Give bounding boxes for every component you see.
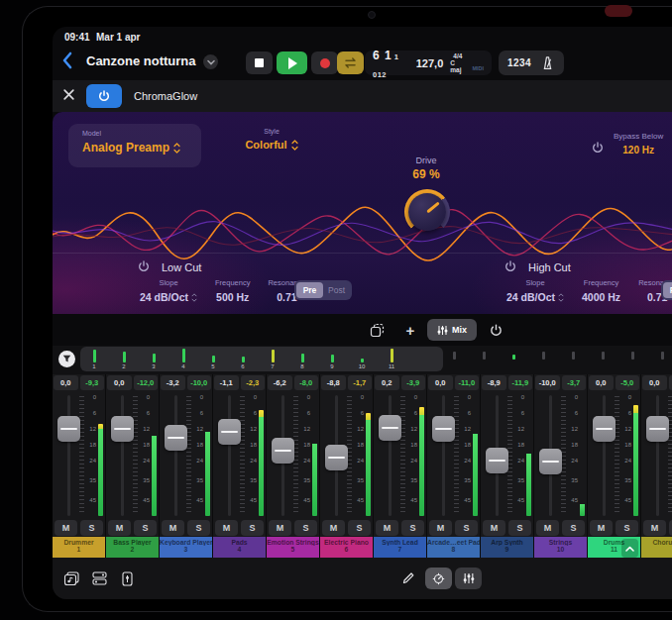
cycle-button[interactable] (337, 52, 364, 74)
track-name[interactable]: Drums11 (588, 537, 640, 560)
track-name[interactable]: Arcade…eet Pad8 (427, 537, 480, 560)
slope-value[interactable]: 24 dB/Oct (506, 291, 564, 303)
loop-browser-icon[interactable] (60, 568, 82, 589)
close-icon[interactable] (62, 87, 78, 103)
record-button[interactable] (311, 52, 338, 74)
mix-view-button[interactable]: Mix (427, 319, 477, 341)
io-device-icon[interactable] (116, 568, 138, 589)
volume-readout[interactable]: -8,9 (482, 375, 506, 390)
mute-button[interactable]: M (162, 520, 184, 536)
fader-handle[interactable] (111, 416, 134, 442)
lcd-display[interactable]: 6 11 012 127,0 4/4C maj MIDI (365, 51, 492, 75)
add-track-button[interactable]: + (397, 319, 423, 341)
mute-button[interactable]: M (376, 520, 398, 536)
fader-handle[interactable] (539, 449, 562, 474)
low-cut-power-icon[interactable] (138, 258, 150, 276)
post-button[interactable]: Post (323, 282, 350, 298)
pre-button[interactable]: Pre (296, 282, 323, 298)
back-chevron-icon[interactable] (60, 51, 76, 72)
fader-handle[interactable] (432, 416, 455, 442)
volume-readout[interactable]: 0,0 (589, 375, 614, 390)
song-menu-chevron-icon[interactable] (203, 54, 218, 69)
mute-button[interactable]: M (429, 520, 452, 536)
track-name[interactable]: Synth Lead7 (374, 537, 426, 560)
fader[interactable]: 061218243545 (267, 392, 319, 519)
mute-button[interactable]: M (322, 520, 345, 536)
fader[interactable]: 061218243545 (641, 392, 672, 519)
track-name[interactable]: Emotion Strings5 (267, 537, 319, 560)
bypass-power-icon[interactable] (592, 140, 604, 157)
plugin-power-button[interactable] (86, 84, 122, 108)
controls-view-button[interactable] (425, 568, 452, 589)
mute-button[interactable]: M (536, 520, 559, 536)
solo-button[interactable]: S (348, 520, 371, 536)
track-name[interactable]: Strings10 (534, 537, 587, 560)
volume-readout[interactable]: 0,0 (642, 375, 667, 390)
solo-button[interactable]: S (80, 520, 103, 536)
fader[interactable]: 061218243545 (160, 392, 212, 519)
song-title[interactable]: Canzone notturna (86, 53, 196, 68)
track-name[interactable]: Drummer1 (53, 537, 105, 560)
solo-button[interactable]: S (401, 520, 424, 536)
fader-handle[interactable] (379, 415, 401, 441)
model-selector[interactable]: Model Analog Preamp (68, 124, 201, 167)
count-in-button[interactable]: 1234 (507, 57, 531, 68)
fader[interactable]: 061218243545 (427, 392, 480, 519)
frequency-value[interactable]: 500 Hz (216, 291, 249, 303)
pre-button[interactable]: Pre (663, 282, 672, 298)
solo-button[interactable]: S (134, 520, 157, 536)
volume-readout[interactable]: -8,8 (321, 375, 346, 390)
style-selector[interactable]: Style Colorful (227, 128, 316, 153)
mute-button[interactable]: M (215, 520, 238, 536)
solo-button[interactable]: S (562, 520, 585, 536)
fader[interactable]: 061218243545 (213, 392, 266, 519)
solo-button[interactable]: S (508, 520, 531, 536)
high-cut-power-icon[interactable] (504, 258, 516, 276)
mute-button[interactable]: M (55, 520, 77, 536)
fader-handle[interactable] (486, 448, 508, 473)
drive-knob[interactable] (404, 189, 450, 235)
fader[interactable]: 061218243545 (588, 392, 640, 519)
track-name[interactable]: Electric Piano6 (320, 537, 373, 560)
solo-button[interactable]: S (241, 520, 264, 536)
fader[interactable]: 061218243545 (106, 392, 159, 519)
fader[interactable]: 061218243545 (320, 392, 373, 519)
track-name[interactable]: Keyboard Player3 (160, 537, 212, 560)
volume-readout[interactable]: -3,2 (161, 375, 185, 390)
fader[interactable]: 061218243545 (481, 392, 533, 519)
track-name[interactable]: Chorus V (641, 537, 672, 560)
solo-button[interactable]: S (455, 520, 478, 536)
fader[interactable]: 061218243545 (374, 392, 426, 519)
faders-view-button[interactable] (455, 568, 482, 589)
fader-handle[interactable] (325, 445, 348, 470)
play-button[interactable] (277, 52, 307, 74)
fader-handle[interactable] (218, 419, 241, 445)
bypass-value[interactable]: 120 Hz (614, 145, 663, 155)
metronome-icon[interactable] (540, 55, 555, 70)
plugins-icon[interactable] (88, 568, 110, 589)
collapse-chevron-icon[interactable] (621, 539, 638, 558)
mute-button[interactable]: M (643, 520, 666, 536)
fader-handle[interactable] (165, 425, 187, 451)
duplicate-button[interactable] (364, 319, 390, 341)
frequency-value[interactable]: 4000 Hz (582, 291, 620, 303)
mute-button[interactable]: M (590, 520, 613, 536)
fader-handle[interactable] (646, 416, 669, 442)
slope-value[interactable]: 24 dB/Oct (140, 291, 197, 303)
mute-button[interactable]: M (269, 520, 291, 536)
fader-handle[interactable] (593, 416, 616, 442)
track-name[interactable]: Bass Player2 (106, 537, 159, 560)
pencil-icon[interactable] (397, 568, 419, 589)
mute-button[interactable]: M (483, 520, 505, 536)
mute-button[interactable]: M (108, 520, 131, 536)
solo-button[interactable]: S (294, 520, 317, 536)
volume-readout[interactable]: 0,2 (375, 375, 399, 390)
track-name[interactable]: Arp Synth9 (481, 537, 533, 560)
volume-readout[interactable]: 0,0 (54, 375, 78, 390)
solo-button[interactable]: S (616, 520, 638, 536)
stop-button[interactable] (246, 52, 273, 74)
track-name[interactable]: Pads4 (213, 537, 266, 560)
volume-readout[interactable]: -6,2 (268, 375, 292, 390)
fader-handle[interactable] (272, 438, 294, 464)
solo-button[interactable]: S (187, 520, 210, 536)
